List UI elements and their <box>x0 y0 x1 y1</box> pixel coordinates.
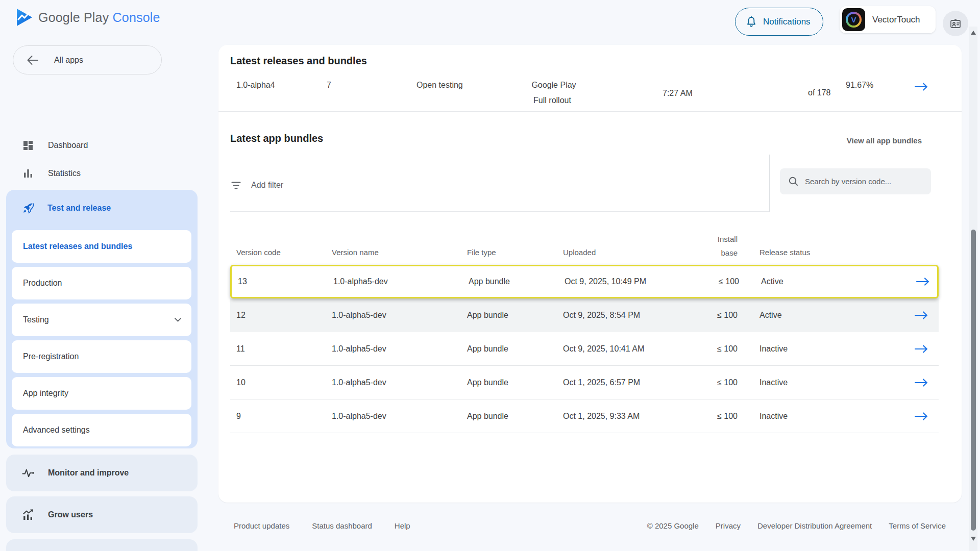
sidebar-sub-item[interactable]: Testing <box>12 304 191 336</box>
app-avatar-vectortouch: V <box>842 8 865 31</box>
releases-section-title: Latest releases and bundles <box>230 55 367 67</box>
table-row[interactable]: 9 1.0-alpha5-dev App bundle Oct 1, 2025,… <box>230 399 939 433</box>
section-divider <box>218 111 962 112</box>
all-apps-back-button[interactable]: All apps <box>13 45 162 74</box>
notifications-button[interactable]: Notifications <box>735 8 823 36</box>
row-detail-arrow-icon[interactable] <box>914 311 928 320</box>
copyright-text: © 2025 Google <box>647 521 699 530</box>
table-row[interactable]: 10 1.0-alpha5-dev App bundle Oct 1, 2025… <box>230 366 939 399</box>
row-detail-arrow-icon[interactable] <box>914 412 928 421</box>
app-header: Google Play Console Notifications V Vect… <box>0 0 980 39</box>
footer-link[interactable]: Terms of Service <box>889 521 946 530</box>
cell-file-type: App bundle <box>467 378 508 387</box>
bundles-section-title: Latest app bundles <box>230 133 323 144</box>
column-header-install-base: Install base <box>707 232 738 260</box>
all-apps-label: All apps <box>54 56 83 65</box>
cell-uploaded: Oct 9, 2025, 8:54 PM <box>563 311 640 320</box>
sidebar-next-group-partial[interactable] <box>6 539 198 551</box>
sidebar-item-dashboard[interactable]: Dashboard <box>0 131 199 159</box>
sidebar-section-test-and-release: Test and release Latest releases and bun… <box>6 190 198 448</box>
cell-version-code: 12 <box>236 311 246 320</box>
footer-link[interactable]: Product updates <box>234 521 289 530</box>
account-switcher[interactable]: V VectorTouch <box>840 6 936 33</box>
rocket-icon <box>22 202 35 215</box>
table-row[interactable]: 13 1.0-alpha5-dev App bundle Oct 9, 2025… <box>230 265 939 298</box>
cell-install-base: ≤ 100 <box>690 378 738 387</box>
chevron-down-icon <box>175 318 181 322</box>
sidebar-sub-item[interactable]: Latest releases and bundles <box>12 230 191 263</box>
cell-uploaded: Oct 9, 2025, 10:49 PM <box>565 277 646 286</box>
cell-install-base: ≤ 100 <box>690 311 738 320</box>
bundles-table-body: 13 1.0-alpha5-dev App bundle Oct 9, 2025… <box>230 265 939 433</box>
id-badge-icon <box>949 17 962 30</box>
column-header-uploaded: Uploaded <box>563 248 596 257</box>
cell-uploaded: Oct 1, 2025, 9:33 AM <box>563 412 640 421</box>
cell-uploaded: Oct 9, 2025, 10:41 AM <box>563 344 644 354</box>
sidebar-sub-item[interactable]: Advanced settings <box>12 414 191 446</box>
footer-left-links: Product updatesStatus dashboardHelp <box>234 521 410 530</box>
developer-badge-button[interactable] <box>943 11 968 36</box>
sidebar-item-grow-users[interactable]: Grow users <box>6 496 198 533</box>
dashboard-icon <box>22 139 34 152</box>
cell-version-code: 9 <box>236 412 241 421</box>
cell-file-type: App bundle <box>467 412 508 421</box>
sidebar: All apps Dashboard Statistics Publishing… <box>0 37 204 551</box>
toolbar-divider <box>230 211 769 212</box>
toolbar-vertical-divider <box>769 155 770 212</box>
brand-text: Google Play Console <box>38 10 160 25</box>
search-box <box>780 168 931 194</box>
scrollbar-thumb[interactable] <box>971 230 976 531</box>
account-name: VectorTouch <box>872 15 920 25</box>
cell-version-name: 1.0-alpha5-dev <box>332 344 386 354</box>
cell-release-status: Active <box>760 311 782 320</box>
cell-release-status: Inactive <box>760 412 788 421</box>
scrollbar-down-arrow[interactable] <box>971 537 976 541</box>
footer-link[interactable]: Help <box>395 521 410 530</box>
row-detail-arrow-icon[interactable] <box>914 344 928 354</box>
add-filter-button[interactable]: Add filter <box>231 173 283 197</box>
cell-file-type: App bundle <box>469 277 510 286</box>
cell-release-status: Inactive <box>760 378 788 387</box>
main-content-card: 1.0-alpha4 7 Open testing Google Play Fu… <box>218 45 962 503</box>
cell-file-type: App bundle <box>467 344 508 354</box>
release-time: 7:27 AM <box>663 89 693 98</box>
column-header-version-code: Version code <box>236 248 281 257</box>
sidebar-sub-item[interactable]: Production <box>12 267 191 299</box>
sidebar-item-test-and-release[interactable]: Test and release <box>6 190 198 227</box>
view-all-app-bundles-button[interactable]: View all app bundles <box>847 136 922 145</box>
bar-chart-icon <box>22 167 34 180</box>
search-icon <box>789 177 798 186</box>
release-status-line2: Full rollout <box>533 96 571 105</box>
google-play-console-logo[interactable]: Google Play Console <box>16 8 160 27</box>
sidebar-sub-item[interactable]: App integrity <box>12 377 191 410</box>
table-row[interactable]: 11 1.0-alpha5-dev App bundle Oct 9, 2025… <box>230 332 939 366</box>
row-detail-arrow-icon[interactable] <box>916 277 930 286</box>
cell-version-name: 1.0-alpha5-dev <box>333 277 388 286</box>
back-arrow-icon <box>27 56 38 65</box>
pulse-icon <box>22 467 35 480</box>
test-release-sub-list: Latest releases and bundles Production T… <box>6 227 198 446</box>
footer-right-links: © 2025 Google PrivacyDeveloper Distribut… <box>647 521 946 530</box>
sidebar-item-monitor-and-improve[interactable]: Monitor and improve <box>6 455 198 491</box>
notifications-label: Notifications <box>763 17 811 27</box>
search-input[interactable] <box>805 177 922 186</box>
sidebar-item-statistics[interactable]: Statistics <box>0 159 199 187</box>
row-detail-arrow-icon[interactable] <box>914 378 928 387</box>
cell-file-type: App bundle <box>467 311 508 320</box>
sidebar-sub-item[interactable]: Pre-registration <box>12 340 191 373</box>
bundles-table-header: Version code Version name File type Uplo… <box>230 224 939 265</box>
column-header-file-type: File type <box>467 248 496 257</box>
bell-icon <box>746 16 757 28</box>
cell-version-code: 10 <box>236 378 246 387</box>
footer-link[interactable]: Status dashboard <box>312 521 372 530</box>
cell-install-base: ≤ 100 <box>690 344 738 354</box>
cell-uploaded: Oct 1, 2025, 6:57 PM <box>563 378 640 387</box>
table-row[interactable]: 12 1.0-alpha5-dev App bundle Oct 9, 2025… <box>230 298 939 332</box>
footer-link[interactable]: Developer Distribution Agreement <box>757 521 872 530</box>
cell-version-code: 11 <box>236 344 245 354</box>
cell-release-status: Active <box>761 277 783 286</box>
footer-link[interactable]: Privacy <box>716 521 741 530</box>
cell-version-name: 1.0-alpha5-dev <box>332 378 386 387</box>
scrollbar-up-arrow[interactable] <box>971 31 976 35</box>
filter-icon <box>231 182 241 189</box>
